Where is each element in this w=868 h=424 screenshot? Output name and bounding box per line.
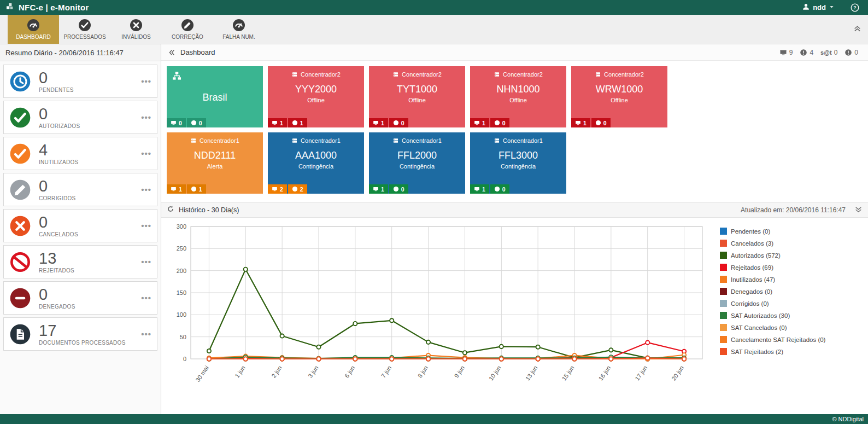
- badge-count: 1: [482, 186, 485, 193]
- legend-item[interactable]: SAT Rejeitados (2): [720, 348, 860, 355]
- legend-item[interactable]: Cancelamento SAT Rejeitados (0): [720, 336, 860, 343]
- status-count: 0: [854, 49, 858, 56]
- check-icon: [9, 143, 31, 165]
- tab-corre-o[interactable]: CORREÇÃO: [162, 15, 213, 44]
- tab-inv-lidos[interactable]: INVÁLIDOS: [110, 15, 162, 44]
- panel-collapse-button[interactable]: [854, 206, 863, 214]
- tile-badge: 1: [187, 184, 206, 194]
- tile-badges: 10: [470, 184, 509, 194]
- collapse-sidebar-button[interactable]: [168, 49, 175, 56]
- monitor-icon: [575, 120, 581, 126]
- legend-item[interactable]: Rejeitados (69): [720, 264, 860, 271]
- server-icon: [291, 71, 298, 78]
- status-count: 4: [810, 49, 813, 56]
- concentrator-tile[interactable]: Concentrador2YYY2000Offline11: [268, 66, 364, 127]
- concentrator-tile[interactable]: Concentrador1AAA1000Contingência22: [268, 132, 364, 194]
- card-label: AUTORIZADOS: [39, 123, 80, 129]
- tab-processados[interactable]: PROCESSADOS: [59, 15, 110, 44]
- refresh-icon[interactable]: [167, 205, 174, 215]
- concentrator-tile[interactable]: Concentrador1FFL3000Contingência10: [470, 132, 566, 194]
- tile-name: AAA1000: [268, 150, 364, 161]
- card-menu-button[interactable]: •••: [141, 77, 151, 85]
- card-menu-button[interactable]: •••: [141, 258, 151, 266]
- tile-badge: 1: [288, 118, 307, 127]
- toolbar-collapse-button[interactable]: [853, 24, 861, 34]
- legend-item[interactable]: Denegados (0): [720, 288, 860, 295]
- tab-label: DASHBOARD: [16, 34, 50, 40]
- tile-status: Offline: [470, 97, 566, 103]
- history-title: Histórico - 30 Dia(s): [179, 206, 239, 214]
- badge-count: 0: [502, 186, 506, 193]
- card-menu-button[interactable]: •••: [141, 185, 151, 194]
- svg-text:30 mai: 30 mai: [194, 364, 210, 383]
- server-icon: [190, 137, 197, 144]
- legend-swatch: [720, 300, 727, 307]
- server-icon: [494, 71, 500, 78]
- svg-text:250: 250: [177, 245, 186, 252]
- legend-label: Rejeitados (69): [731, 264, 773, 271]
- card-menu-button[interactable]: •••: [141, 222, 151, 230]
- tile-status: Contingência: [470, 163, 566, 170]
- tile-badges: 11: [268, 118, 307, 127]
- tile-name: Brasil: [167, 92, 263, 103]
- region-tile[interactable]: Brasil00: [167, 66, 263, 127]
- tile-badge: 2: [268, 184, 287, 194]
- concentrator-tile[interactable]: Concentrador1NDD2111Alerta11: [167, 132, 263, 194]
- legend-item[interactable]: Corrigidos (0): [720, 300, 860, 307]
- concentrator-tile[interactable]: Concentrador2WRW1000Offline10: [571, 66, 667, 127]
- tile-badge: 1: [369, 118, 388, 127]
- badge-count: 1: [199, 186, 202, 193]
- dashboard-header: Dashboard 94s@t00: [161, 44, 868, 61]
- history-panel-header: Histórico - 30 Dia(s) Atualizado em: 20/…: [161, 202, 868, 218]
- gauge-icon: [27, 19, 40, 32]
- gauge-icon: [232, 19, 245, 32]
- tab-label: CORREÇÃO: [172, 34, 203, 40]
- legend-item[interactable]: SAT Cancelados (0): [720, 324, 860, 331]
- check-icon: [78, 19, 91, 32]
- app-logo-icon: [5, 2, 14, 13]
- legend-item[interactable]: Pendentes (0): [720, 228, 860, 235]
- tile-badge: 1: [470, 118, 489, 127]
- monitor-icon: [171, 186, 177, 192]
- tile-badges: 10: [571, 118, 611, 127]
- username: ndd: [813, 3, 826, 11]
- concentrator-tiles: Brasil00Concentrador2YYY2000Offline11Con…: [161, 61, 771, 194]
- tile-badge: 1: [571, 118, 590, 127]
- svg-text:9 jun: 9 jun: [453, 364, 466, 379]
- concentrator-tile[interactable]: Concentrador2TYT1000Offline10: [369, 66, 465, 127]
- concentrator-tile[interactable]: Concentrador2NHN1000Offline10: [470, 66, 566, 127]
- legend-item[interactable]: Inutilizados (47): [720, 276, 860, 283]
- tile-badge: 0: [187, 118, 206, 127]
- card-menu-button[interactable]: •••: [141, 294, 151, 302]
- card-menu-button[interactable]: •••: [141, 330, 151, 338]
- monitor-icon: [373, 120, 379, 126]
- card-value: 17: [39, 322, 126, 339]
- tile-badge: 0: [490, 118, 509, 127]
- user-menu[interactable]: ndd: [802, 3, 835, 13]
- svg-text:13 jun: 13 jun: [524, 364, 539, 381]
- card-menu-button[interactable]: •••: [141, 113, 151, 121]
- card-text: 0CANCELADOS: [39, 214, 78, 237]
- svg-text:?: ?: [853, 5, 856, 10]
- legend-swatch: [720, 336, 727, 343]
- legend-swatch: [720, 288, 727, 295]
- document-icon: [9, 323, 31, 345]
- help-button[interactable]: ?: [851, 3, 859, 12]
- server-icon: [392, 71, 399, 78]
- card-value: 0: [39, 214, 78, 230]
- legend-label: Pendentes (0): [731, 228, 770, 235]
- alert-icon: [292, 186, 298, 192]
- tab-falha-num-[interactable]: FALHA NUM.: [213, 15, 265, 44]
- tile-badges: 10: [369, 118, 408, 127]
- legend-item[interactable]: Cancelados (3): [720, 240, 860, 247]
- history-chart: 05010015020025030030 mai1 jun2 jun3 jun6…: [165, 221, 711, 402]
- legend-item[interactable]: Autorizados (572): [720, 252, 860, 259]
- legend-item[interactable]: SAT Autorizados (30): [720, 312, 860, 319]
- card-menu-button[interactable]: •••: [141, 149, 151, 158]
- tile-status: Contingência: [268, 163, 364, 170]
- status-alert: 0: [844, 49, 858, 56]
- tab-dashboard[interactable]: DASHBOARD: [8, 15, 59, 44]
- tile-header-text: Concentrador1: [200, 137, 239, 144]
- concentrator-tile[interactable]: Concentrador1FFL2000Contingência10: [369, 132, 465, 194]
- tile-badge: 0: [389, 184, 408, 194]
